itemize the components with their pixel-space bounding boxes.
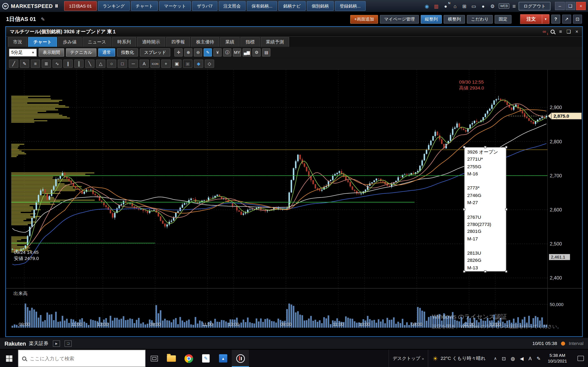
info-button[interactable]: ⓘ [223,48,231,57]
network-icon[interactable]: ◍ [511,356,515,361]
workspace-tab[interactable]: 1日信AS 01 [64,1,96,11]
minimize-button[interactable]: – [555,2,565,10]
selection-handle[interactable] [505,146,507,148]
chart-note-box[interactable]: 3926 オープン2771U*2755GM-16 2773*2746GM-27 … [464,147,506,272]
workspace-tab[interactable]: 保有銘柄... [247,1,277,11]
popout-icon[interactable]: ⊡ [573,15,582,24]
yen-scale-button[interactable]: ¥ [214,48,222,57]
ime-icon[interactable]: A [528,356,532,361]
hidden-icons-chevron[interactable]: ∧ [494,356,497,361]
workspace-tab[interactable]: 登録銘柄... [335,1,365,11]
window-menu-icon[interactable]: ≡ [559,29,562,34]
workspace-tab[interactable]: ランキング [98,1,130,11]
segment-tool[interactable]: ─ [129,59,138,68]
panel-layout-button[interactable]: ❏ [65,340,72,347]
taskbar-weather[interactable]: ☀ 22°C くもり時々晴れ [428,350,490,367]
icon-stamp-tool[interactable]: ICON [150,59,160,68]
workspace-tab[interactable]: 注文照会 [218,1,245,11]
remote-desktop-icon[interactable]: ⊡ [502,356,506,361]
toolbar-button[interactable]: スプレッド [140,48,171,57]
action-center-button[interactable] [573,350,588,367]
taskbar-app-marketspeed[interactable] [232,350,249,367]
display-icon[interactable]: ▭ [471,3,477,9]
multitool-tab-指標[interactable]: 指標 [240,37,260,47]
workspace-action-button[interactable]: 固定 [495,15,512,24]
delete-all-tool[interactable]: ◇ [205,59,214,68]
workspace-tab[interactable]: マーケット [159,1,191,11]
multitool-tab-市況[interactable]: 市況 [8,37,27,47]
pen-icon[interactable]: ✎ [536,356,541,361]
selection-handle[interactable] [463,208,465,210]
selection-handle[interactable] [484,270,486,273]
workspace-tab[interactable]: 銘柄ナビ [278,1,306,11]
link-icon[interactable]: ↗ [562,15,571,24]
desktop-peek-button[interactable]: デスクトップ » [389,350,428,367]
crosshair-button[interactable]: ✛ [174,48,182,57]
multitool-tab-業績予測[interactable]: 業績予測 [260,37,289,47]
window-add-icon[interactable]: ⊞ [461,3,467,9]
selection-handle[interactable] [463,270,465,273]
window-maximize-icon[interactable]: ❏ [567,29,571,34]
toolbar-button[interactable]: 指数化 [117,48,138,57]
web-badge[interactable]: WEB [499,3,509,9]
close-button[interactable]: × [576,2,586,10]
gear-icon[interactable]: ⚙ [489,3,496,9]
channel-tool[interactable]: ∥ [63,59,73,68]
polygon-tool[interactable]: △ [96,59,105,68]
multitool-tab-チャート[interactable]: チャート [28,37,57,47]
edit-pencil-icon[interactable]: ✎ [41,16,45,22]
start-button[interactable] [0,350,18,367]
market-board-icon[interactable]: ▥ [433,3,439,9]
logout-button[interactable]: ログアウト [519,2,550,10]
rect-tool[interactable]: □ [118,59,127,68]
workspace-action-button[interactable]: こだわり [467,15,493,24]
hline-tool[interactable]: ≡ [31,59,40,68]
hlines-tool[interactable]: ≣ [42,59,51,68]
workspace-tab[interactable]: チャート [131,1,158,11]
taskbar-app-notes[interactable]: ✎ [197,350,214,367]
expand-panel-button[interactable]: ▶ [53,340,60,347]
window-close-icon[interactable]: × [575,29,578,34]
search-input[interactable] [29,355,141,361]
selection-handle[interactable] [505,270,507,273]
taskbar-search[interactable] [18,350,145,367]
pin-tool[interactable]: + [161,59,171,68]
taskbar-app-photos[interactable]: ▲ [215,350,232,367]
paste-tool[interactable]: ▣ [183,59,192,68]
multitool-tab-歩み値[interactable]: 歩み値 [58,37,82,47]
order-button[interactable]: 注文 ▼ [520,14,549,24]
my-chart-button[interactable]: MY [233,48,241,57]
taskbar-clock[interactable]: 5:38 AM 10/1/2021 [545,353,569,364]
toolbar-button[interactable]: テクニカル [66,48,96,57]
workspace-action-button[interactable]: 縦整列 [421,15,442,24]
ray-tool[interactable]: ╲ [85,59,95,68]
text-tool[interactable]: A [139,59,149,68]
zoom-in-button[interactable]: ⊕ [184,48,192,57]
selection-handle[interactable] [484,146,486,148]
multitool-tab-株主優待[interactable]: 株主優待 [191,37,219,47]
speaker-icon[interactable]: ◀ [520,356,523,361]
ellipse-tool[interactable]: ○ [107,59,116,68]
duplicate-tool[interactable]: ▣ [172,59,182,68]
draw-pencil-button[interactable]: ✎ [204,48,212,57]
multitool-tab-ニュース[interactable]: ニュース [82,37,111,47]
notice-bell-icon[interactable]: ● [480,3,486,9]
selection-handle[interactable] [463,146,465,148]
link-chain-icon[interactable]: ∞1 [543,29,546,34]
search-icon[interactable] [551,30,555,34]
workspace-tab[interactable]: ザラバ7 [192,1,217,11]
freehand-tool[interactable]: ✎ [20,59,29,68]
toolbar-button[interactable]: 表示期間 [39,48,64,57]
workspace-action-button[interactable]: 横整列 [444,15,465,24]
workspace-action-button[interactable]: +画面追加 [350,15,378,24]
period-select[interactable]: 5分足▼ [9,49,37,57]
order-button-label[interactable]: 注文 [520,15,542,24]
alert-bell-icon[interactable]: ●N [442,3,449,9]
area-chart-button[interactable]: ▄▆ [243,48,251,57]
multitool-tab-適時開示[interactable]: 適時開示 [137,37,165,47]
eraser-tool[interactable]: ◆ [194,59,203,68]
workspace-action-button[interactable]: マイページ管理 [380,15,419,24]
menu-icon[interactable]: ≡ [512,3,516,9]
taskbar-app-chrome[interactable] [180,350,197,367]
taskbar-app-explorer[interactable] [163,350,180,367]
